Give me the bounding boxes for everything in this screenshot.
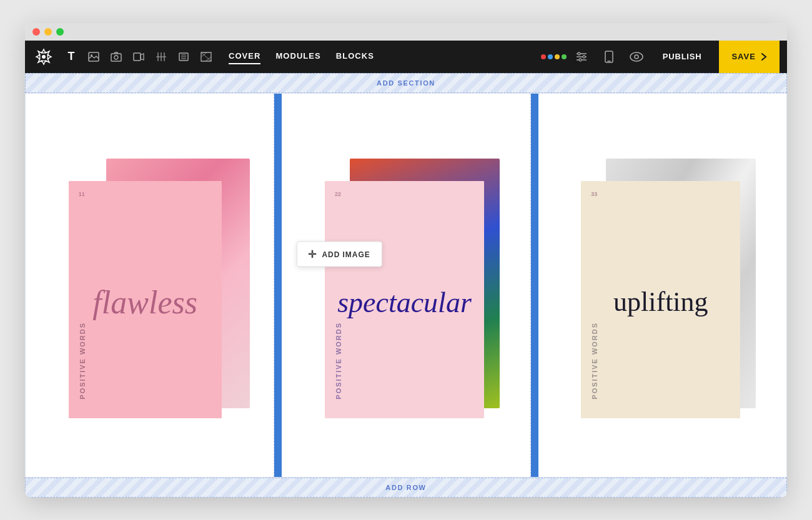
toolbar: T COVER MODULES BLOCKS xyxy=(25,41,787,73)
minimize-button[interactable] xyxy=(44,28,52,36)
close-button[interactable] xyxy=(32,28,40,36)
card-column-3: 33 uplifting POSITIVE WORDS xyxy=(538,94,786,477)
nav-cover[interactable]: COVER xyxy=(229,49,260,64)
nav-blocks[interactable]: BLOCKS xyxy=(336,49,374,64)
toolbar-right: PUBLISH SAVE xyxy=(545,41,780,73)
book-card-1[interactable]: 11 flawless POSITIVE WORDS xyxy=(69,170,231,401)
tool-palette: T xyxy=(61,47,216,67)
card-3-subtitle: POSITIVE WORDS xyxy=(591,322,598,400)
card-2-number: 22 xyxy=(335,191,341,197)
cards-row: 11 flawless POSITIVE WORDS xyxy=(26,94,786,477)
add-section-bar[interactable]: ADD SECTION xyxy=(25,73,787,93)
svg-point-11 xyxy=(583,56,585,58)
layout-tool-button[interactable] xyxy=(151,47,171,67)
svg-point-12 xyxy=(579,59,582,61)
add-row-bar[interactable]: ADD ROW xyxy=(25,478,787,498)
book-card-3[interactable]: 33 uplifting POSITIVE WORDS xyxy=(581,170,743,401)
card-2-front: 22 spectacular POSITIVE WORDS xyxy=(325,181,484,418)
svg-point-16 xyxy=(635,55,638,59)
divider-left xyxy=(274,94,282,477)
settings-icon[interactable] xyxy=(573,48,590,66)
add-image-tooltip[interactable]: ✛ ADD IMAGE xyxy=(296,242,382,267)
maximize-button[interactable] xyxy=(56,28,64,36)
texture-tool-button[interactable] xyxy=(196,47,216,67)
save-button[interactable]: SAVE xyxy=(719,41,780,73)
text-tool-button[interactable]: T xyxy=(61,47,81,67)
preview-icon[interactable] xyxy=(628,48,645,66)
card-1-number: 11 xyxy=(79,191,85,197)
card-3-front: 33 uplifting POSITIVE WORDS xyxy=(581,181,740,418)
card-column-1: 11 flawless POSITIVE WORDS xyxy=(26,94,274,477)
title-bar xyxy=(25,23,787,41)
publish-button[interactable]: PUBLISH xyxy=(655,48,710,65)
card-column-2: 22 spectacular POSITIVE WORDS ✛ ADD IMAG… xyxy=(282,94,530,477)
canvas: 11 flawless POSITIVE WORDS xyxy=(25,93,787,478)
mobile-preview-icon[interactable] xyxy=(600,48,618,66)
nav-menu: COVER MODULES BLOCKS xyxy=(229,49,545,64)
svg-point-15 xyxy=(630,52,643,61)
video-tool-button[interactable] xyxy=(129,47,149,67)
card-2-subtitle: POSITIVE WORDS xyxy=(335,322,342,400)
svg-rect-5 xyxy=(134,53,141,61)
card-3-number: 33 xyxy=(591,191,597,197)
logo-icon xyxy=(32,46,55,68)
svg-point-4 xyxy=(114,56,118,59)
add-image-label: ADD IMAGE xyxy=(322,250,370,258)
photo-tool-button[interactable] xyxy=(106,47,126,67)
svg-point-0 xyxy=(42,55,46,59)
color-palette-icon[interactable] xyxy=(545,48,563,66)
svg-point-2 xyxy=(91,54,92,56)
svg-point-10 xyxy=(578,52,580,55)
content-area: ADD SECTION 11 flawless POSITIVE WORDS xyxy=(25,73,787,498)
nav-modules[interactable]: MODULES xyxy=(275,49,320,64)
image-tool-button[interactable] xyxy=(84,47,104,67)
divider-right xyxy=(531,94,538,477)
card-2-title: spectacular xyxy=(325,288,484,316)
card-1-subtitle: POSITIVE WORDS xyxy=(79,322,86,400)
svg-rect-3 xyxy=(111,54,121,61)
card-3-title: uplifting xyxy=(581,288,740,316)
card-1-front: 11 flawless POSITIVE WORDS xyxy=(69,181,222,418)
frame-tool-button[interactable] xyxy=(174,47,194,67)
app-window: T COVER MODULES BLOCKS xyxy=(25,23,787,498)
book-card-2[interactable]: 22 spectacular POSITIVE WORDS xyxy=(325,170,487,401)
add-section-label: ADD SECTION xyxy=(377,79,435,87)
add-row-label: ADD ROW xyxy=(385,484,426,491)
card-1-title: flawless xyxy=(69,287,222,319)
move-cursor-icon: ✛ xyxy=(308,248,317,260)
